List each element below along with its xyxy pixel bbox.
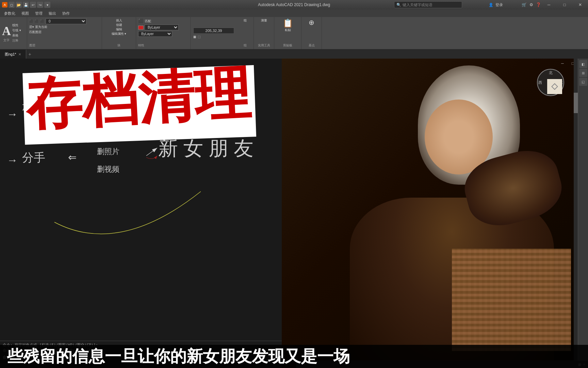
basepoint-label: 基点 (309, 43, 315, 48)
group-tool[interactable]: 组 (244, 18, 247, 23)
inner-minimize[interactable]: ─ (557, 60, 568, 67)
menu-bar: 参数化 视图 管理 输出 协作 (0, 10, 588, 17)
search-bar[interactable]: 🔍 键入关键字或短语 (394, 1, 462, 8)
menu-collaborate[interactable]: 协作 (60, 10, 72, 17)
text-tool[interactable]: A 文字 (2, 24, 11, 43)
layer-row1: ⬛ ⬛ ⬛ 0 (29, 18, 86, 24)
ribbon-block-section: 插入 创建 编辑 编辑属性 ▾ 块 (102, 17, 136, 49)
open-btn[interactable]: 📂 (16, 2, 22, 8)
window-title: Autodesk AutoCAD 2021 Drawing1.dwg (258, 2, 330, 7)
linetype-selector[interactable]: ByLayer (138, 31, 172, 37)
menu-parametric[interactable]: 参数化 (1, 10, 18, 17)
layer-tool1[interactable]: 层▾ (29, 25, 34, 29)
coord-section: 205,32,39 ▦ ⬚ (191, 17, 237, 49)
cart-icon[interactable]: 🛒 (522, 2, 527, 7)
ribbon-clipboard-section: 📋 粘贴 剪贴板 (274, 17, 301, 49)
login-label[interactable]: 登录 (495, 2, 503, 7)
ribbon-measure-section: 测量 实用工具 (254, 17, 274, 49)
rp-btn-1[interactable]: ◧ (579, 60, 587, 68)
edit-tool[interactable]: 编辑 (116, 27, 122, 32)
menu-view[interactable]: 视图 (19, 10, 32, 17)
properties-label: 特性 (138, 43, 144, 48)
compass-center (547, 79, 562, 94)
subtitle-text: 些残留的信息一旦让你的新女朋友发现又是一场 (7, 346, 350, 367)
toolbar-icons-right: 🛒 ⚙ ❓ (522, 2, 541, 7)
clipboard-label: 剪贴板 (283, 43, 292, 48)
help-icon[interactable]: ❓ (536, 2, 541, 7)
ribbon-properties-section: ⬛ 匹配 ByLayer ByLayer 特性 (136, 17, 191, 49)
double-arrow: ⇐ (68, 151, 77, 163)
layers-label: 图层 (29, 43, 35, 48)
create-tool[interactable]: 创建 (116, 23, 122, 27)
color-selector[interactable]: ByLayer (145, 25, 179, 30)
tab-bar: 图ng1* ✕ + (0, 50, 588, 59)
line-tool-label[interactable]: 线性 (12, 23, 21, 28)
layer-icon2: ⬛ (35, 19, 39, 23)
layer-tool3[interactable]: 匹配图层 (29, 30, 42, 34)
settings-icon[interactable]: ⚙ (529, 2, 533, 7)
compass-diamond (551, 83, 558, 90)
ribbon-layers-section: ⬛ ⬛ ⬛ 0 层▾ 置为当前 匹配图层 图层 (27, 17, 102, 49)
match-icon: ⬛ (138, 18, 144, 24)
autocad-icon: A (2, 2, 7, 7)
layer-tools-row: 层▾ 置为当前 (29, 25, 47, 29)
tab-name: 图ng1* (5, 52, 16, 57)
dropdown-btn[interactable]: ▾ (44, 2, 50, 8)
arrow-1-icon: → (7, 108, 18, 121)
utilities-label: 实用工具 (258, 43, 270, 48)
v-scroll-thumb[interactable] (574, 93, 578, 113)
new-btn[interactable]: ◻ (9, 2, 15, 8)
annotate-label[interactable]: 引线 ▾ (12, 28, 21, 33)
snap-tool2[interactable]: ⬚ (198, 35, 201, 39)
table-tool[interactable]: 表格 (12, 33, 21, 38)
paste-icon: 📋 (283, 18, 293, 28)
character-side: 北 东 西 上 ─ □ ✕ ◧ ⊞ ◱ ▦ (282, 59, 588, 368)
group-label: 组 (244, 43, 247, 48)
basepoint-icon: ⊕ (309, 18, 314, 27)
search-placeholder: 键入关键字或短语 (403, 2, 432, 7)
compass: 北 东 西 (534, 65, 568, 99)
subtitle-bar: 些残留的信息一旦让你的新女朋友发现又是一场 (0, 345, 588, 368)
close-btn[interactable]: ✕ (572, 0, 588, 10)
snap-tool1[interactable]: ▦ (193, 35, 196, 39)
insert-tool[interactable]: 插入 (116, 18, 122, 23)
minimize-btn[interactable]: ─ (541, 0, 557, 10)
banner-text: 存档清理 (24, 65, 252, 133)
menu-manage[interactable]: 管理 (32, 10, 45, 17)
annotate-section-label: 注释 (12, 39, 21, 43)
layer-tool2[interactable]: 置为当前 (35, 25, 47, 29)
del-photos-text: 删照片 (97, 147, 119, 157)
tab-add-btn[interactable]: + (26, 50, 34, 58)
paste-tool[interactable]: 粘贴 (285, 28, 291, 32)
rp-btn-3[interactable]: ◱ (579, 78, 587, 86)
menu-output[interactable]: 输出 (46, 10, 59, 17)
measure-tool[interactable]: 测量 (261, 18, 267, 23)
save-btn[interactable]: 💾 (23, 2, 29, 8)
svg-line-2 (146, 148, 157, 156)
compass-west: 西 (538, 80, 542, 85)
snap-tools: ▦ ⬚ (193, 35, 234, 39)
layer-tools-row2: 匹配图层 (29, 30, 42, 34)
ribbon-group-section: 组 组 (237, 17, 254, 49)
layer-selector[interactable]: 0 (46, 18, 86, 24)
user-section: 👤 登录 (489, 2, 503, 7)
tab-drawing1[interactable]: 图ng1* ✕ (0, 50, 26, 59)
redo-btn[interactable]: ↪ (37, 2, 43, 8)
match-label[interactable]: 匹配 (145, 19, 151, 24)
user-icon: 👤 (489, 3, 493, 7)
undo-btn[interactable]: ↩ (30, 2, 36, 8)
compass-north: 北 (549, 70, 553, 75)
tab-close-btn[interactable]: ✕ (18, 52, 21, 56)
text-tools-col: 线性 引线 ▾ 表格 注释 (12, 23, 21, 43)
color-swatch (138, 26, 144, 30)
rp-btn-2[interactable]: ⊞ (579, 69, 587, 77)
search-icon: 🔍 (396, 3, 401, 7)
title-bar: A ◻ 📂 💾 ↩ ↪ ▾ Autodesk AutoCAD 2021 Draw… (0, 0, 588, 10)
bylayer-row2: ByLayer (138, 31, 172, 37)
v-scrollbar[interactable] (574, 59, 578, 361)
window-controls: ─ □ ✕ (541, 0, 588, 10)
edit-attrib-tool[interactable]: 编辑属性 ▾ (112, 32, 127, 36)
maximize-btn[interactable]: □ (557, 0, 572, 10)
ribbon: A 文字 线性 引线 ▾ 表格 注释 ⬛ ⬛ ⬛ 0 层▾ 置为当前 匹配图层 … (0, 17, 588, 50)
layer-icon: ⬛ (29, 19, 33, 23)
